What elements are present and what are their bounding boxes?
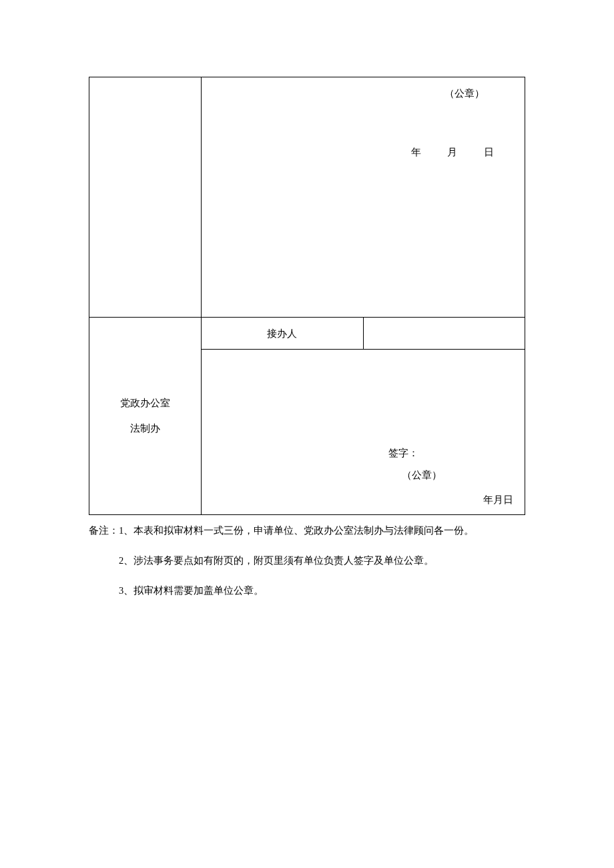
row2-content-cell: 签字： （公章） 年月日 [202, 350, 525, 515]
seal-placeholder-2: （公章） [402, 467, 442, 483]
note-2: 2、涉法事务要点如有附页的，附页里须有单位负责人签字及单位公章。 [89, 554, 525, 568]
note-1: 备注：1、本表和拟审材料一式三份，申请单位、党政办公室法制办与法律顾问各一份。 [89, 524, 525, 538]
year-label: 年 [411, 147, 421, 157]
day-label: 日 [484, 147, 494, 157]
document-page: （公章） 年 月 日 党政办公室 法制办 接办人 签字： （公章） 年月日 [0, 0, 614, 598]
receiver-label-cell: 接办人 [202, 318, 364, 350]
office-name-line2: 法制办 [95, 416, 196, 442]
date-placeholder-1: 年 月 日 [399, 144, 507, 160]
row1-label-cell [89, 77, 202, 318]
seal-placeholder-1: （公章） [444, 85, 485, 101]
date-placeholder-2: 年月日 [483, 492, 513, 508]
form-table: （公章） 年 月 日 党政办公室 法制办 接办人 签字： （公章） 年月日 [89, 77, 525, 515]
note-3: 3、拟审材料需要加盖单位公章。 [89, 584, 525, 598]
row1-content-cell: （公章） 年 月 日 [202, 77, 525, 318]
row2-label-cell: 党政办公室 法制办 [89, 318, 202, 515]
office-name-line1: 党政办公室 [95, 391, 196, 416]
month-label: 月 [447, 147, 457, 157]
receiver-value-cell [363, 318, 525, 350]
signature-label: 签字： [388, 445, 418, 461]
notes-section: 备注：1、本表和拟审材料一式三份，申请单位、党政办公室法制办与法律顾问各一份。 … [89, 524, 525, 598]
